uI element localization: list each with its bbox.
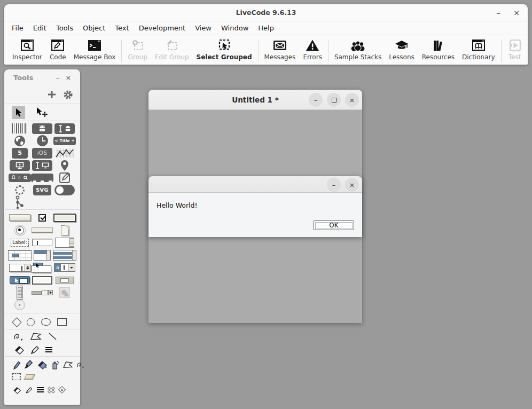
menu-tools[interactable]: Tools bbox=[51, 24, 78, 32]
control-column-field[interactable] bbox=[34, 250, 51, 261]
tool-pattern[interactable] bbox=[48, 387, 55, 393]
minimize-button[interactable]: – bbox=[494, 9, 503, 17]
control-player[interactable] bbox=[14, 300, 25, 310]
toolbar-inspector[interactable]: Inspector bbox=[9, 37, 46, 63]
widget-mac-button[interactable] bbox=[10, 160, 30, 171]
widget-segmented-control[interactable] bbox=[31, 174, 53, 182]
widget-switch[interactable] bbox=[54, 185, 75, 195]
control-rectangle-button[interactable] bbox=[32, 227, 53, 233]
tool-bucket-small[interactable] bbox=[12, 386, 21, 394]
menu-help[interactable]: Help bbox=[253, 24, 279, 32]
toolbar-errors[interactable]: Errors bbox=[299, 37, 326, 63]
widget-ios-button[interactable]: iOS bbox=[32, 148, 52, 159]
palette-minimize-button[interactable]: – bbox=[52, 74, 63, 82]
control-entry-field[interactable] bbox=[32, 239, 52, 246]
control-vertical-scrollbar[interactable] bbox=[17, 286, 23, 300]
tool-graphic-fill[interactable] bbox=[13, 345, 24, 355]
menu-object[interactable]: Object bbox=[78, 24, 110, 32]
control-image[interactable] bbox=[59, 287, 70, 298]
menu-text[interactable]: Text bbox=[110, 24, 134, 32]
toolbar-code[interactable]: Code bbox=[46, 37, 70, 63]
tool-paint-fill[interactable] bbox=[37, 360, 48, 369]
menu-view[interactable]: View bbox=[190, 24, 216, 32]
control-horizontal-scrollbar[interactable] bbox=[32, 290, 53, 296]
tool-paint-polygon[interactable] bbox=[62, 361, 73, 368]
widget-html5[interactable]: 5 bbox=[12, 148, 28, 159]
widget-line-graph[interactable] bbox=[55, 147, 74, 159]
widget-svg-icon[interactable]: SVG bbox=[33, 185, 51, 195]
widget-browser[interactable] bbox=[14, 135, 26, 147]
menu-window[interactable]: Window bbox=[216, 24, 253, 32]
toolbar-dictionary[interactable]: Dictionary bbox=[458, 37, 499, 63]
menu-file[interactable]: File bbox=[7, 24, 28, 32]
widget-tree-view[interactable] bbox=[15, 195, 25, 209]
control-popup-menu[interactable] bbox=[32, 263, 53, 273]
widget-clock[interactable] bbox=[37, 135, 48, 146]
tools-palette-titlebar[interactable]: Tools – × bbox=[4, 69, 80, 85]
control-menu-scrollbar[interactable] bbox=[10, 276, 30, 284]
tool-pointer[interactable] bbox=[35, 106, 51, 119]
toolbar-resources[interactable]: Resources bbox=[418, 37, 458, 63]
main-titlebar[interactable]: LiveCode 9.6.13 – × bbox=[4, 4, 528, 21]
toolbar-messages[interactable]: Messages bbox=[261, 37, 300, 63]
dialog-close-button[interactable]: × bbox=[345, 178, 359, 192]
tool-graphic-lines[interactable] bbox=[45, 347, 52, 352]
menu-edit[interactable]: Edit bbox=[28, 24, 51, 32]
control-list-field[interactable] bbox=[53, 250, 76, 261]
widget-map[interactable] bbox=[60, 160, 69, 171]
tool-paint-curve[interactable] bbox=[76, 360, 85, 369]
widget-signature[interactable] bbox=[59, 172, 70, 183]
control-scrolling-field[interactable] bbox=[55, 238, 74, 248]
tool-polygon[interactable] bbox=[30, 332, 42, 341]
tool-select-area[interactable] bbox=[12, 373, 21, 380]
dialog-minimize-button[interactable]: – bbox=[327, 178, 341, 192]
control-table-field[interactable] bbox=[8, 250, 32, 261]
tool-lines-small[interactable] bbox=[37, 387, 44, 392]
control-checkbox[interactable] bbox=[38, 214, 46, 222]
close-button[interactable]: × bbox=[512, 9, 521, 17]
dialog-titlebar[interactable]: – × bbox=[148, 176, 362, 193]
tool-curve[interactable] bbox=[13, 332, 24, 341]
control-button[interactable] bbox=[9, 214, 30, 221]
stack-close-button[interactable]: × bbox=[345, 93, 359, 107]
tool-pattern-diamond[interactable] bbox=[59, 387, 65, 392]
widget-barcode[interactable] bbox=[12, 123, 28, 133]
widget-android-button[interactable] bbox=[32, 123, 52, 134]
palette-settings-button[interactable] bbox=[64, 90, 73, 99]
palette-close-button[interactable]: × bbox=[63, 74, 74, 82]
tool-eraser[interactable] bbox=[25, 374, 34, 380]
widget-spinner[interactable] bbox=[15, 185, 25, 195]
widget-mac-field[interactable] bbox=[32, 160, 52, 171]
tool-line[interactable] bbox=[48, 332, 57, 341]
ok-button[interactable]: OK bbox=[314, 221, 354, 230]
control-option-menu[interactable]: a bbox=[54, 263, 75, 272]
stack-minimize-button[interactable]: – bbox=[309, 93, 323, 107]
tool-rectangle[interactable] bbox=[57, 318, 67, 326]
control-stepper-field[interactable] bbox=[9, 264, 30, 272]
control-group-box[interactable] bbox=[32, 276, 52, 285]
add-tool-button[interactable] bbox=[48, 90, 56, 99]
toolbar-select-grouped[interactable]: Select Grouped bbox=[193, 37, 256, 63]
widget-header-bar[interactable]: < Title + bbox=[53, 137, 76, 145]
toolbar-lessons[interactable]: Lessons bbox=[385, 37, 418, 63]
tool-oval[interactable] bbox=[27, 318, 35, 326]
control-small-field[interactable] bbox=[56, 277, 74, 284]
stack-titlebar[interactable]: Untitled 1 * – × bbox=[148, 90, 362, 110]
widget-navigation-bar[interactable]: Ω ☆ bbox=[9, 174, 31, 182]
tool-rounded-rectangle[interactable] bbox=[41, 318, 51, 326]
widget-android-field[interactable] bbox=[54, 123, 75, 134]
tool-paint-pencil[interactable] bbox=[12, 359, 21, 370]
control-default-button[interactable] bbox=[53, 214, 76, 222]
tool-regular-polygon[interactable] bbox=[13, 319, 20, 326]
tool-graphic-pencil[interactable] bbox=[30, 345, 40, 355]
toolbar-sample-stacks[interactable]: Sample Stacks bbox=[331, 37, 385, 63]
control-panel[interactable] bbox=[61, 225, 69, 235]
tool-spray[interactable] bbox=[51, 359, 59, 370]
toolbar-message-box[interactable]: Message Box bbox=[70, 37, 120, 63]
stack-maximize-button[interactable] bbox=[327, 93, 341, 107]
control-label[interactable]: Label: bbox=[11, 239, 28, 247]
menu-development[interactable]: Development bbox=[134, 24, 191, 32]
tool-browse[interactable] bbox=[12, 106, 25, 119]
tool-paint-brush[interactable] bbox=[24, 359, 34, 370]
control-radio-button[interactable] bbox=[16, 226, 24, 234]
